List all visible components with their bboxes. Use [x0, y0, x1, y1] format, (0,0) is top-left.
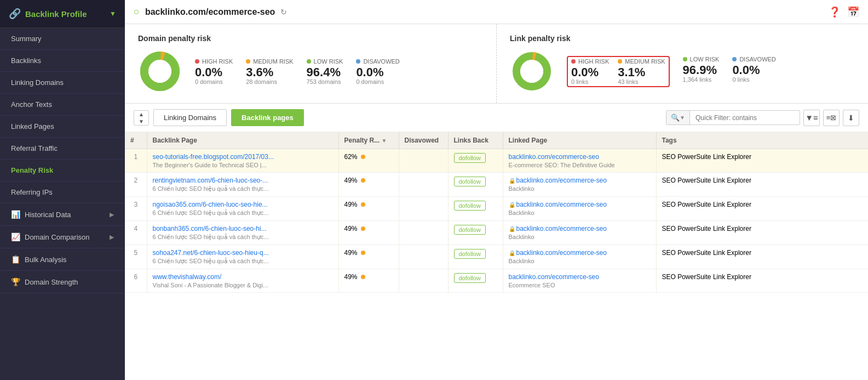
sidebar-item-referral-traffic[interactable]: Referral Traffic — [0, 138, 125, 160]
topbar-right-icons: ❓ 📅 — [829, 6, 859, 18]
row-page: seo-tutorials-free.blogspot.com/2017/03.… — [147, 149, 338, 173]
sidebar-item-anchor-texts[interactable]: Anchor Texts — [0, 94, 125, 116]
penalty-dot — [361, 202, 365, 207]
row-disavowed — [399, 269, 448, 293]
quick-filter-input[interactable] — [690, 111, 800, 124]
backlink-url[interactable]: seo-tutorials-free.blogspot.com/2017/03.… — [153, 153, 274, 161]
sidebar-item-linked-pages[interactable]: Linked Pages — [0, 116, 125, 138]
row-num: 4 — [125, 221, 147, 245]
domain-status-icon: ○ — [134, 6, 140, 18]
disavowed-dot — [356, 59, 360, 64]
row-linked-page: 🔒backlinko.com/ecommerce-seo Backlinko — [503, 221, 656, 245]
low-risk-dot — [307, 59, 311, 64]
linked-url[interactable]: backlinko.com/ecommerce-seo — [509, 153, 599, 161]
svg-point-8 — [520, 60, 543, 83]
row-page: www.thevishalway.com/ Vishal Soni - A Pa… — [147, 269, 338, 293]
domain-comparison-expand-icon: ▶ — [110, 234, 114, 241]
backlink-url[interactable]: ngoisao365.com/6-chien-luoc-seo-hie... — [153, 201, 268, 208]
columns-icon: ≡⊠ — [826, 114, 837, 122]
table-row: 4 bonbanh365.com/6-chien-luoc-seo-hi... … — [125, 221, 868, 245]
row-links-back: dofollow — [448, 173, 503, 197]
penalty-dot — [361, 226, 365, 231]
sidebar-nav: Summary Backlinks Linking Domains Anchor… — [0, 28, 125, 380]
row-disavowed — [399, 173, 448, 197]
row-penalty: 49% — [338, 173, 399, 197]
sidebar-item-bulk-analysis[interactable]: 📋 Bulk Analysis — [0, 248, 125, 271]
domain-penalty-panel: Domain penalty risk — [125, 24, 497, 103]
row-links-back: dofollow — [448, 149, 503, 173]
linked-page-sub: Backlinko — [509, 258, 651, 264]
backlink-url[interactable]: bonbanh365.com/6-chien-luoc-seo-hi... — [153, 225, 267, 232]
collapse-button[interactable]: ▲ ▼ — [134, 110, 149, 126]
refresh-icon[interactable]: ↻ — [280, 8, 287, 16]
row-tags: SEO PowerSuite Link Explorer — [656, 173, 868, 197]
linked-url[interactable]: backlinko.com/ecommerce-seo — [516, 201, 607, 208]
linked-page-sub: Backlinko — [509, 185, 651, 192]
table-row: 6 www.thevishalway.com/ Vishal Soni - A … — [125, 269, 868, 293]
penalty-value: 49% — [344, 177, 358, 184]
penalty-value: 49% — [344, 201, 358, 208]
penalty-value: 49% — [344, 273, 358, 281]
row-disavowed — [399, 197, 448, 221]
sidebar-header[interactable]: 🔗 Backlink Profile ▼ — [0, 0, 125, 28]
backlink-subtitle: 6 Chiến lược SEO hiệu quả và cách thực..… — [153, 185, 333, 192]
table-row: 3 ngoisao365.com/6-chien-luoc-seo-hie...… — [125, 197, 868, 221]
row-links-back: dofollow — [448, 269, 503, 293]
columns-button[interactable]: ≡⊠ — [823, 110, 840, 126]
help-icon[interactable]: ❓ — [829, 6, 841, 18]
search-icon-btn[interactable]: 🔍 ▼ — [666, 111, 690, 124]
risk-panels: Domain penalty risk — [125, 24, 868, 104]
table-header-row: # Backlink Page Penalty R... ▼ Disavowed… — [125, 132, 868, 149]
sort-icon: ▼ — [382, 138, 387, 144]
download-button[interactable]: ⬇ — [843, 110, 859, 126]
row-num: 1 — [125, 149, 147, 173]
sidebar: 🔗 Backlink Profile ▼ Summary Backlinks L… — [0, 0, 125, 380]
backlink-subtitle: 6 Chiến lược SEO hiệu quả và cách thực..… — [153, 209, 333, 217]
row-linked-page: backlinko.com/ecommerce-seo Ecommerce SE… — [503, 269, 656, 293]
sidebar-collapse-arrow[interactable]: ▼ — [110, 10, 116, 18]
linked-url[interactable]: backlinko.com/ecommerce-seo — [509, 273, 599, 281]
th-disavowed: Disavowed — [399, 132, 448, 149]
row-penalty: 62% — [338, 149, 399, 173]
linked-page-sub: Backlinko — [509, 209, 651, 216]
calendar-icon[interactable]: 📅 — [847, 6, 859, 18]
link-penalty-content: HIGH RISK 0.0% 0 links MEDIUM RISK 3.1% — [510, 49, 855, 93]
sidebar-item-summary[interactable]: Summary — [0, 28, 125, 50]
domain-name: backlinko.com/ecommerce-seo — [145, 7, 275, 17]
backlink-subtitle: 6 Chiến lược SEO hiệu quả và cách thực..… — [153, 234, 333, 241]
linking-domains-tab[interactable]: Linking Domains — [153, 109, 227, 126]
sidebar-item-domain-comparison[interactable]: 📈 Domain Comparison ▶ — [0, 226, 125, 248]
filter-button[interactable]: ▼≡ — [803, 110, 820, 126]
th-penalty[interactable]: Penalty R... ▼ — [338, 132, 399, 149]
dofollow-badge: dofollow — [454, 201, 486, 211]
link-low-risk-dot — [683, 57, 687, 61]
domain-medium-risk: MEDIUM RISK 3.6% 28 domains — [246, 58, 293, 85]
historical-data-icon: 📊 — [11, 210, 20, 219]
backlink-url[interactable]: www.thevishalway.com/ — [153, 273, 222, 281]
search-dropdown-arrow[interactable]: ▼ — [680, 115, 685, 121]
domain-penalty-legend: HIGH RISK 0.0% 0 domains MEDIUM RISK 3.6… — [195, 58, 483, 85]
sidebar-item-referring-ips[interactable]: Referring IPs — [0, 182, 125, 203]
linked-url[interactable]: backlinko.com/ecommerce-seo — [516, 225, 607, 232]
row-page: rentingvietnam.com/6-chien-luoc-seo-... … — [147, 173, 338, 197]
sidebar-item-domain-strength[interactable]: 🏆 Domain Strength — [0, 271, 125, 293]
backlink-pages-tab[interactable]: Backlink pages — [231, 109, 304, 126]
row-penalty: 49% — [338, 197, 399, 221]
sidebar-item-linking-domains[interactable]: Linking Domains — [0, 72, 125, 94]
toolbar-right: 🔍 ▼ ▼≡ ≡⊠ ⬇ — [666, 110, 859, 126]
row-tags: SEO PowerSuite Link Explorer — [656, 197, 868, 221]
sidebar-item-backlinks[interactable]: Backlinks — [0, 50, 125, 72]
backlink-subtitle: 6 Chiến lược SEO hiệu quả và cách thực..… — [153, 258, 333, 265]
backlink-url[interactable]: sohoa247.net/6-chien-luoc-seo-hieu-q... — [153, 249, 269, 257]
link-penalty-panel: Link penalty risk — [497, 24, 868, 103]
dofollow-badge: dofollow — [454, 177, 486, 186]
lock-icon: 🔒 — [509, 226, 515, 232]
sidebar-item-historical-data[interactable]: 📊 Historical Data ▶ — [0, 203, 125, 226]
backlink-url[interactable]: rentingvietnam.com/6-chien-luoc-seo-... — [153, 177, 268, 184]
linked-url[interactable]: backlinko.com/ecommerce-seo — [516, 177, 607, 184]
sidebar-item-penalty-risk[interactable]: Penalty Risk — [0, 160, 125, 182]
row-disavowed — [399, 221, 448, 245]
penalty-value: 49% — [344, 249, 358, 257]
linked-url[interactable]: backlinko.com/ecommerce-seo — [516, 249, 607, 257]
penalty-value: 49% — [344, 225, 358, 232]
